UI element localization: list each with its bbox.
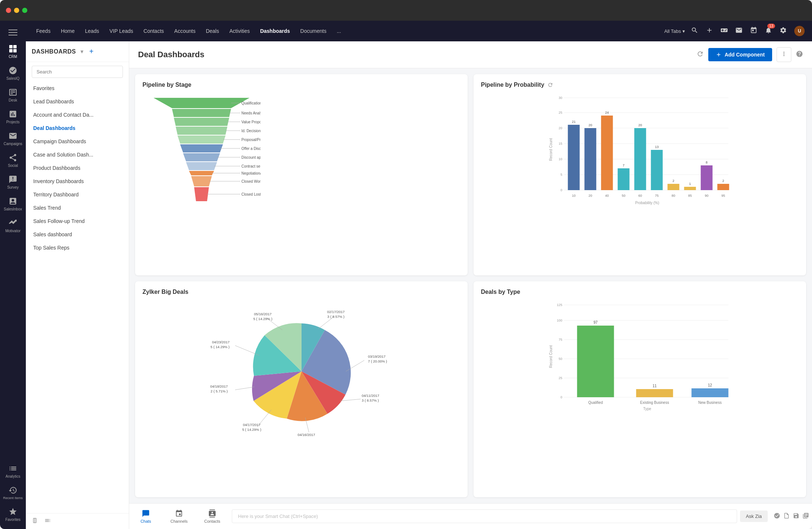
sidebar-nav-lead-dashboards[interactable]: Lead Dashboards bbox=[26, 95, 129, 108]
bar-80 bbox=[668, 184, 679, 190]
bottom-action-1[interactable] bbox=[774, 512, 780, 521]
svg-rect-6 bbox=[13, 49, 17, 52]
bar-60 bbox=[634, 128, 646, 190]
sidebar-item-recent-items[interactable]: Recent Items bbox=[0, 482, 26, 504]
sidebar-search-area bbox=[26, 62, 129, 82]
nav-home[interactable]: Home bbox=[56, 26, 79, 36]
game-icon[interactable] bbox=[719, 25, 729, 37]
calendar-icon[interactable] bbox=[749, 25, 759, 37]
nav-contacts[interactable]: Contacts bbox=[139, 26, 168, 36]
refresh-small-icon[interactable] bbox=[547, 82, 553, 88]
svg-marker-8 bbox=[172, 109, 231, 117]
sidebar-item-salesinbox[interactable]: SalesInbox bbox=[0, 193, 26, 215]
sidebar-bottom-actions bbox=[26, 513, 129, 529]
svg-text:125: 125 bbox=[557, 303, 562, 307]
sidebar-nav-sales-trend[interactable]: Sales Trend bbox=[26, 201, 129, 214]
svg-text:90: 90 bbox=[705, 194, 708, 197]
svg-text:5 ( 14.29% ): 5 ( 14.29% ) bbox=[253, 317, 272, 321]
svg-text:Contract sent: Contract sent bbox=[241, 164, 261, 168]
svg-text:20: 20 bbox=[588, 123, 592, 127]
sidebar-collapse-icon[interactable] bbox=[32, 517, 38, 525]
svg-text:Offer a Discount: Offer a Discount bbox=[241, 147, 261, 151]
sidebar-item-crm[interactable]: CRM bbox=[0, 41, 26, 62]
nav-documents[interactable]: Documents bbox=[296, 26, 331, 36]
more-options-button[interactable] bbox=[777, 47, 791, 62]
sidebar-item-campaigns[interactable]: Campaigns bbox=[0, 128, 26, 150]
sidebar-nav-favorites[interactable]: Favorites bbox=[26, 82, 129, 95]
sidebar-item-analytics[interactable]: Analytics bbox=[0, 460, 26, 482]
settings-icon[interactable] bbox=[778, 25, 788, 37]
sidebar-nav-sales-followup[interactable]: Sales Follow-up Trend bbox=[26, 214, 129, 228]
nav-more[interactable]: ... bbox=[332, 26, 345, 36]
bottom-action-4[interactable] bbox=[802, 512, 809, 521]
svg-text:11: 11 bbox=[653, 384, 657, 388]
svg-marker-16 bbox=[191, 176, 212, 186]
bottom-nav-chats[interactable]: Chats bbox=[129, 506, 162, 526]
svg-text:10: 10 bbox=[558, 157, 562, 161]
sidebar-item-survey[interactable]: Survey bbox=[0, 171, 26, 193]
svg-text:10: 10 bbox=[572, 194, 575, 197]
sidebar-item-menu[interactable] bbox=[0, 24, 26, 41]
sidebar-dropdown-icon[interactable]: ▾ bbox=[80, 48, 83, 55]
bottom-nav-contacts[interactable]: Contacts bbox=[196, 506, 229, 526]
nav-leads[interactable]: Leads bbox=[80, 26, 103, 36]
smart-chat-input[interactable]: Here is your Smart Chat (Ctrl+Space) bbox=[232, 509, 737, 523]
svg-text:05/16/2017: 05/16/2017 bbox=[254, 312, 272, 316]
nav-dashboards[interactable]: Dashboards bbox=[256, 26, 295, 36]
svg-text:12: 12 bbox=[708, 383, 712, 387]
sidebar-nav-campaign[interactable]: Campaign Dashboards bbox=[26, 135, 129, 148]
minimize-button[interactable] bbox=[14, 8, 19, 13]
svg-text:04/16/2017: 04/16/2017 bbox=[297, 433, 315, 437]
sidebar-item-projects[interactable]: Projects bbox=[0, 106, 26, 128]
all-tabs-dropdown[interactable]: All Tabs ▾ bbox=[664, 28, 685, 34]
svg-text:Existing Business: Existing Business bbox=[640, 401, 669, 405]
sidebar-item-motivator[interactable]: Motivator bbox=[0, 215, 26, 237]
sidebar-nav-top-sales-reps[interactable]: Top Sales Reps bbox=[26, 241, 129, 254]
nav-deals[interactable]: Deals bbox=[202, 26, 224, 36]
sidebar-item-desk[interactable]: Desk bbox=[0, 84, 26, 106]
refresh-button[interactable] bbox=[696, 50, 704, 59]
svg-text:7 ( 20.00% ): 7 ( 20.00% ) bbox=[368, 359, 387, 363]
search-input[interactable] bbox=[32, 66, 123, 78]
bottom-nav-channels[interactable]: Channels bbox=[162, 506, 196, 526]
svg-line-91 bbox=[235, 387, 254, 390]
help-button[interactable] bbox=[796, 50, 803, 59]
notifications-icon[interactable]: 13 bbox=[763, 25, 774, 37]
icon-bar: CRM SalesIQ Desk Projects Campaigns Soci… bbox=[0, 21, 26, 529]
bottom-action-3[interactable] bbox=[793, 512, 799, 521]
sidebar-nav-account-contact[interactable]: Account and Contact Da... bbox=[26, 108, 129, 121]
sidebar-item-salesiq[interactable]: SalesIQ bbox=[0, 62, 26, 84]
svg-marker-15 bbox=[189, 171, 214, 175]
svg-text:24: 24 bbox=[605, 111, 609, 114]
sidebar-nav-case-solution[interactable]: Case and Solution Dash... bbox=[26, 148, 129, 161]
sidebar-item-favorites[interactable]: Favorites bbox=[0, 504, 26, 525]
sidebar-nav-deal-dashboards[interactable]: Deal Dashboards bbox=[26, 121, 129, 135]
sidebar-add-icon[interactable]: + bbox=[89, 47, 94, 56]
sidebar-nav-sales-dashboard[interactable]: Sales dashboard bbox=[26, 228, 129, 241]
sidebar-nav-product[interactable]: Product Dashboards bbox=[26, 161, 129, 175]
nav-activities[interactable]: Activities bbox=[225, 26, 254, 36]
sidebar-nav-territory[interactable]: Territory Dashboard bbox=[26, 188, 129, 201]
add-component-button[interactable]: Add Component bbox=[708, 48, 772, 61]
sidebar-list-icon[interactable] bbox=[44, 517, 51, 525]
bar-75 bbox=[651, 150, 663, 190]
sidebar-nav-inventory[interactable]: Inventory Dashboards bbox=[26, 175, 129, 188]
ask-zia-button[interactable]: Ask Zia bbox=[740, 511, 768, 522]
mail-icon[interactable] bbox=[734, 25, 744, 37]
svg-text:Closed Won: Closed Won bbox=[241, 179, 261, 183]
svg-text:13: 13 bbox=[655, 145, 658, 149]
nav-accounts[interactable]: Accounts bbox=[170, 26, 200, 36]
close-button[interactable] bbox=[6, 8, 11, 13]
pipeline-by-stage-title: Pipeline by Stage bbox=[142, 82, 460, 88]
maximize-button[interactable] bbox=[22, 8, 27, 13]
add-icon[interactable] bbox=[704, 25, 715, 37]
nav-feeds[interactable]: Feeds bbox=[32, 26, 55, 36]
svg-marker-14 bbox=[186, 162, 217, 170]
user-avatar[interactable]: U bbox=[793, 24, 806, 38]
bottom-action-2[interactable] bbox=[783, 512, 790, 521]
svg-text:04/23/2017: 04/23/2017 bbox=[212, 340, 230, 344]
sidebar-item-social[interactable]: Social bbox=[0, 150, 26, 171]
bar-90 bbox=[701, 165, 713, 190]
nav-vip-leads[interactable]: VIP Leads bbox=[105, 26, 137, 36]
search-icon[interactable] bbox=[689, 25, 700, 37]
